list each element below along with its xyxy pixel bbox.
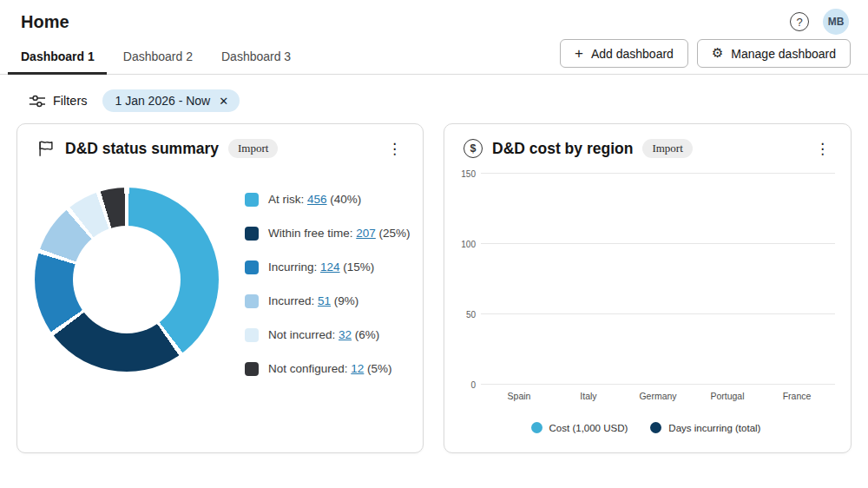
filters-label: Filters (53, 94, 87, 108)
legend-value-link[interactable]: 456 (307, 193, 327, 206)
legend-dot (531, 422, 542, 433)
legend-swatch (245, 193, 259, 207)
kebab-menu-icon[interactable]: ⋮ (382, 140, 407, 157)
legend-label: Not incurred: 32 (6%) (268, 328, 379, 341)
x-label-cell: Spain (486, 391, 552, 401)
bars (481, 174, 835, 385)
legend-item: At risk: 456 (40%) (245, 182, 411, 216)
page: Home ? MB Dashboard 1Dashboard 2Dashboar… (0, 0, 868, 488)
kebab-menu-icon[interactable]: ⋮ (810, 140, 835, 157)
date-filter-chip[interactable]: 1 Jan 2026 - Now ✕ (102, 89, 240, 112)
manage-dashboard-button[interactable]: ⚙ Manage dashboard (697, 39, 851, 68)
flag-icon (36, 139, 56, 158)
x-labels: SpainItalyGermanyPortugalFrance (481, 385, 835, 401)
status-summary-card: D&D status summary Import ⋮ At risk: 456… (16, 123, 424, 453)
legend-label: Not configured: 12 (5%) (268, 362, 392, 375)
legend-value-link[interactable]: 12 (351, 362, 364, 375)
donut-legend: At risk: 456 (40%)Within free time: 207 … (219, 174, 411, 386)
card-title: D&D status summary (65, 140, 219, 158)
x-axis-label: Spain (508, 391, 531, 401)
y-tick-label: 0 (453, 380, 476, 390)
legend-swatch (245, 362, 259, 376)
donut-body: At risk: 456 (40%)Within free time: 207 … (17, 163, 423, 386)
x-axis-label: Portugal (710, 391, 744, 401)
legend-swatch (245, 328, 259, 342)
x-label-cell: France (764, 391, 830, 401)
sliders-icon (29, 93, 45, 109)
card-header: $ D&D cost by region Import ⋮ (444, 124, 851, 163)
x-axis-label: Italy (580, 391, 596, 401)
filter-row: Filters 1 Jan 2026 - Now ✕ (0, 75, 868, 123)
legend-item: Within free time: 207 (25%) (245, 216, 411, 250)
x-axis-label: France (783, 391, 812, 401)
manage-dashboard-label: Manage dashboard (731, 47, 836, 61)
legend-value-link[interactable]: 32 (339, 328, 352, 341)
legend-label: Within free time: 207 (25%) (268, 227, 411, 240)
gear-icon: ⚙ (712, 47, 723, 60)
legend-dot (650, 422, 661, 433)
legend-swatch (245, 227, 259, 241)
tab-dashboard-3[interactable]: Dashboard 3 (221, 38, 291, 74)
bar-chart-body: 050100150 SpainItalyGermanyPortugalFranc… (444, 163, 851, 433)
avatar[interactable]: MB (823, 9, 849, 35)
tabs: Dashboard 1Dashboard 2Dashboard 3 (21, 38, 319, 74)
x-label-cell: Italy (556, 391, 621, 401)
date-filter-label: 1 Jan 2026 - Now (115, 94, 210, 108)
plus-icon: + (575, 46, 583, 61)
add-dashboard-label: Add dashboard (591, 47, 674, 61)
import-badge: Import (642, 139, 692, 158)
legend-item: Incurred: 51 (9%) (245, 284, 411, 318)
x-axis-label: Germany (639, 391, 676, 401)
legend-value-link[interactable]: 207 (356, 227, 376, 240)
page-title: Home (21, 12, 69, 32)
bar-legend: Cost (1,000 USD)Days incurring (total) (455, 422, 837, 433)
bar-legend-item: Cost (1,000 USD) (531, 422, 628, 433)
tab-dashboard-2[interactable]: Dashboard 2 (123, 38, 193, 74)
tab-bar: Dashboard 1Dashboard 2Dashboard 3 + Add … (0, 38, 868, 75)
tab-dashboard-1[interactable]: Dashboard 1 (21, 38, 95, 74)
y-tick-label: 150 (453, 169, 476, 179)
x-label-cell: Germany (625, 391, 691, 401)
add-dashboard-button[interactable]: + Add dashboard (560, 39, 688, 68)
import-badge: Import (228, 139, 278, 158)
card-title: D&D cost by region (492, 140, 633, 158)
legend-label: Incurred: 51 (9%) (268, 294, 358, 307)
legend-item: Incurring: 124 (15%) (245, 250, 411, 284)
dashboard-actions: + Add dashboard ⚙ Manage dashboard (560, 39, 851, 68)
y-tick-label: 100 (453, 240, 476, 249)
legend-value-link[interactable]: 124 (320, 260, 340, 274)
filters-button[interactable]: Filters (29, 93, 87, 109)
legend-label: At risk: 456 (40%) (268, 193, 361, 206)
bar-plot: 050100150 (481, 174, 835, 385)
bar-legend-label: Cost (1,000 USD) (549, 423, 628, 433)
y-tick-label: 50 (453, 310, 476, 320)
dollar-icon: $ (464, 139, 483, 158)
bar-legend-label: Days incurring (total) (668, 423, 760, 433)
cards-row: D&D status summary Import ⋮ At risk: 456… (0, 123, 868, 453)
legend-swatch (245, 294, 259, 308)
cost-by-region-card: $ D&D cost by region Import ⋮ 050100150 … (444, 123, 852, 453)
x-label-cell: Portugal (694, 391, 760, 401)
help-icon[interactable]: ? (790, 12, 809, 31)
legend-label: Incurring: 124 (15%) (268, 260, 374, 274)
card-header: D&D status summary Import ⋮ (17, 124, 423, 163)
header-actions: ? MB (790, 9, 849, 35)
donut-hole (73, 226, 181, 333)
bar-legend-item: Days incurring (total) (650, 422, 760, 433)
legend-value-link[interactable]: 51 (318, 294, 331, 307)
legend-swatch (245, 260, 259, 274)
close-icon[interactable]: ✕ (219, 96, 228, 107)
donut-chart (35, 188, 219, 372)
app-header: Home ? MB (0, 0, 868, 38)
legend-item: Not incurred: 32 (6%) (245, 318, 411, 352)
legend-item: Not configured: 12 (5%) (245, 352, 411, 386)
